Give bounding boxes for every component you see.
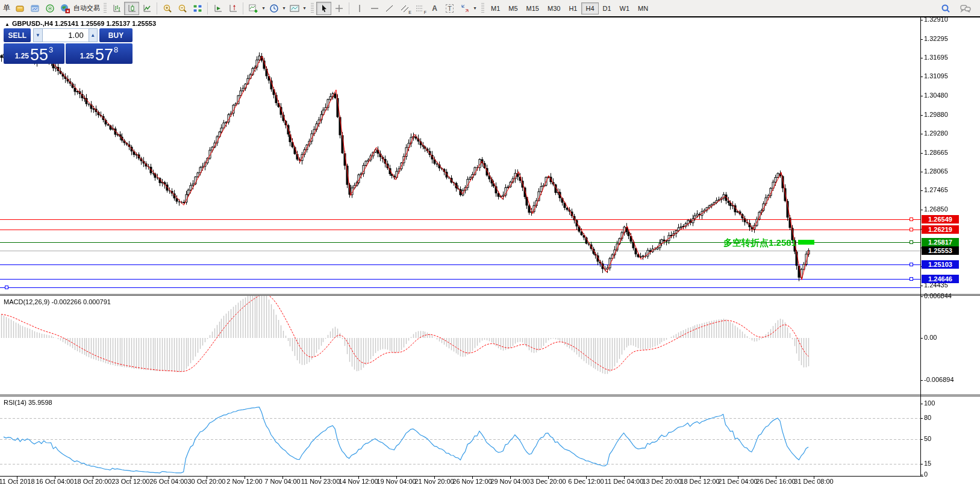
periods-dropdown[interactable]: ▾ <box>281 5 287 11</box>
vertical-line-tool[interactable] <box>352 2 367 15</box>
tf-d1-button[interactable]: D1 <box>599 2 616 14</box>
radar-icon <box>45 4 55 13</box>
new-order-button[interactable]: 单 <box>1 3 12 13</box>
trendline-tool[interactable] <box>382 2 397 15</box>
channel-tool[interactable]: E <box>397 2 412 15</box>
bar-chart-icon <box>112 4 122 13</box>
chart-canvas[interactable] <box>0 0 980 491</box>
sell-price-point: 3 <box>49 45 53 54</box>
equidistant-channel-icon <box>400 4 410 13</box>
volume-input[interactable] <box>43 28 89 42</box>
periods-button[interactable] <box>266 2 281 15</box>
tf-m15-button[interactable]: M15 <box>522 2 543 14</box>
horizontal-line-icon <box>370 4 379 13</box>
auto-scroll-button[interactable] <box>210 2 225 15</box>
sell-price-display[interactable]: 1.25 55 3 <box>4 43 64 64</box>
zoom-in-icon <box>163 4 172 13</box>
sell-price-base: 1.25 <box>15 52 29 60</box>
tf-m30-button[interactable]: M30 <box>543 2 564 14</box>
tf-h4-button[interactable]: H4 <box>581 2 598 14</box>
toolbar-separator <box>243 2 243 14</box>
candlestick-mode-button[interactable] <box>124 2 139 15</box>
fibonacci-tool[interactable]: F <box>412 2 427 15</box>
add-indicator-icon <box>249 4 258 13</box>
buy-price-base: 1.25 <box>80 52 94 60</box>
toolbar-separator <box>157 2 157 14</box>
tile-windows-button[interactable] <box>190 2 205 15</box>
crosshair-icon <box>334 4 344 13</box>
fibonacci-icon <box>415 4 425 13</box>
new-order-icon[interactable] <box>12 2 27 15</box>
indicators-button[interactable] <box>246 2 261 15</box>
buy-button[interactable]: BUY <box>99 28 133 42</box>
toolbar-grip[interactable] <box>311 3 314 14</box>
autotrading-label[interactable]: 自动交易 <box>73 4 100 13</box>
text-label-tool[interactable]: T <box>442 2 457 15</box>
chat-button[interactable] <box>958 2 973 15</box>
line-chart-mode-button[interactable] <box>139 2 154 15</box>
zoom-out-icon <box>178 4 187 13</box>
chat-icon <box>960 4 971 13</box>
buy-price-display[interactable]: 1.25 57 8 <box>66 43 133 64</box>
search-button[interactable] <box>938 2 953 15</box>
cursor-icon <box>319 4 329 13</box>
horizontal-line-tool[interactable] <box>367 2 382 15</box>
autotrading-globe-icon <box>60 4 70 13</box>
text-a-icon: A <box>432 4 437 13</box>
template-icon <box>290 4 299 13</box>
toolbar-separator <box>349 2 349 14</box>
clock-icon <box>269 4 279 13</box>
tf-m1-button[interactable]: M1 <box>487 2 504 14</box>
one-click-trading-panel: SELL ▼ ▲ BUY 1.25 55 3 1.25 57 8 <box>4 28 133 64</box>
fibo-f-label: F <box>424 10 426 14</box>
sell-button[interactable]: SELL <box>4 28 31 42</box>
mt4-terminal: 单 自动交易 <box>0 0 980 491</box>
trendline-icon <box>385 4 395 13</box>
tf-w1-button[interactable]: W1 <box>616 2 634 14</box>
chart-window-button[interactable] <box>27 2 42 15</box>
autotrading-button[interactable] <box>57 2 72 15</box>
bar-chart-mode-button[interactable] <box>109 2 124 15</box>
arrows-dropdown[interactable]: ▾ <box>472 5 478 11</box>
gold-tag-icon <box>15 4 25 13</box>
volume-increase-button[interactable]: ▲ <box>89 28 98 42</box>
sell-price-pips: 55 <box>30 47 48 63</box>
toolbar-separator <box>207 2 208 14</box>
cursor-tool-button[interactable] <box>316 2 331 15</box>
candlestick-icon <box>127 4 137 13</box>
search-icon <box>941 4 950 13</box>
zoom-in-button[interactable] <box>160 2 175 15</box>
templates-dropdown[interactable]: ▾ <box>302 5 307 11</box>
vertical-line-icon <box>355 4 364 13</box>
auto-scroll-icon <box>213 4 223 13</box>
templates-button[interactable] <box>287 2 302 15</box>
indicators-dropdown[interactable]: ▾ <box>261 5 266 11</box>
turning-point-annotation[interactable]: 多空转折点1.2581 <box>723 237 796 249</box>
text-t-icon: T <box>446 4 454 13</box>
strategy-button[interactable] <box>42 2 57 15</box>
chart-window-icon <box>30 4 40 13</box>
tile-windows-icon <box>193 4 202 13</box>
volume-decrease-button[interactable]: ▼ <box>33 28 42 42</box>
zoom-out-button[interactable] <box>175 2 190 15</box>
chart-shift-icon <box>228 4 238 13</box>
toolbar-grip[interactable] <box>481 3 484 14</box>
channel-e-label: E <box>408 10 411 14</box>
toolbar-grip[interactable] <box>104 3 107 14</box>
arrows-icon <box>460 4 470 13</box>
toolbar: 单 自动交易 <box>0 0 980 16</box>
tf-mn-button[interactable]: MN <box>634 2 652 14</box>
tf-h1-button[interactable]: H1 <box>564 2 581 14</box>
buy-price-pips: 57 <box>95 47 113 63</box>
line-chart-icon <box>142 4 152 13</box>
text-tool[interactable]: A <box>427 2 442 15</box>
chart-shift-button[interactable] <box>225 2 240 15</box>
crosshair-tool-button[interactable] <box>331 2 346 15</box>
buy-price-point: 8 <box>114 45 118 54</box>
arrows-tool[interactable] <box>457 2 472 15</box>
tf-m5-button[interactable]: M5 <box>504 2 522 14</box>
